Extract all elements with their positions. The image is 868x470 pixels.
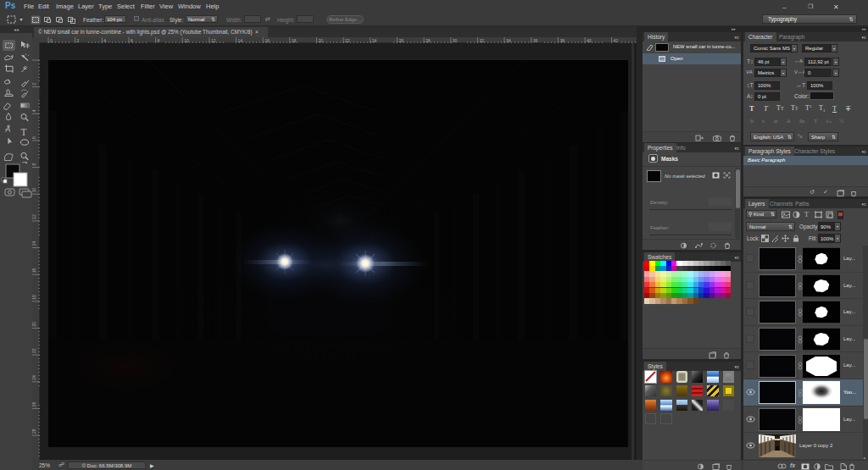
svg-text:8: 8	[32, 163, 36, 166]
svg-text:10: 10	[184, 38, 189, 43]
svg-text:26: 26	[398, 38, 403, 43]
svg-text:22: 22	[345, 38, 350, 43]
svg-text:6: 6	[32, 136, 36, 139]
svg-text:0: 0	[50, 38, 53, 43]
svg-text:38: 38	[559, 38, 565, 43]
svg-text:32: 32	[479, 38, 484, 43]
svg-text:36: 36	[533, 38, 538, 43]
svg-text:4: 4	[32, 109, 36, 112]
svg-text:28: 28	[32, 429, 36, 434]
svg-text:26: 26	[32, 402, 36, 407]
svg-text:34: 34	[506, 38, 511, 43]
svg-text:16: 16	[264, 38, 270, 43]
svg-text:2: 2	[32, 83, 36, 86]
svg-text:24: 24	[372, 38, 377, 43]
svg-text:14: 14	[238, 38, 243, 43]
svg-text:2: 2	[77, 38, 80, 43]
svg-text:24: 24	[32, 375, 36, 380]
svg-text:16: 16	[32, 268, 36, 273]
svg-text:10: 10	[32, 187, 36, 192]
svg-text:20: 20	[32, 322, 36, 327]
svg-text:6: 6	[131, 38, 133, 43]
svg-text:42: 42	[614, 38, 619, 43]
svg-text:T: T	[21, 127, 27, 137]
svg-text:8: 8	[158, 38, 160, 43]
svg-text:18: 18	[292, 38, 297, 43]
svg-text:14: 14	[32, 241, 36, 246]
svg-text:18: 18	[32, 295, 36, 300]
svg-text:12: 12	[211, 38, 216, 43]
svg-text:40: 40	[587, 38, 592, 43]
svg-text:22: 22	[32, 348, 36, 353]
svg-text:20: 20	[319, 38, 324, 43]
svg-text:30: 30	[453, 38, 458, 43]
svg-text:28: 28	[426, 38, 431, 43]
svg-text:4: 4	[103, 38, 106, 43]
svg-text:12: 12	[32, 214, 36, 219]
